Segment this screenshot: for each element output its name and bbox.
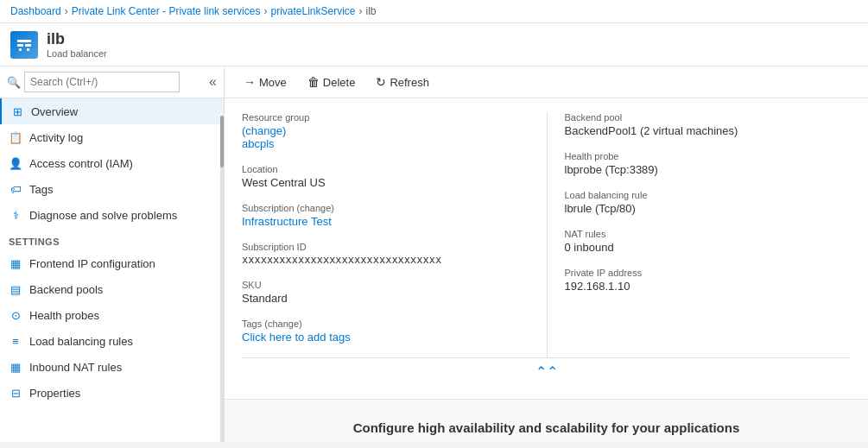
health-probe-label: Health probe [565, 151, 834, 161]
svg-rect-2 [25, 44, 31, 47]
resource-header: ilb Load balancer [0, 23, 868, 66]
subscription-value: Infrastructure Test [242, 215, 529, 228]
sku-section: SKU Standard [242, 280, 547, 319]
breadcrumb-private-link-service[interactable]: privateLinkService [270, 5, 355, 17]
private-ip-value: 192.168.1.10 [565, 280, 834, 293]
properties-icon: ⊟ [9, 386, 22, 400]
backend-pool-section: Backend pool BackendPool1 (2 virtual mac… [565, 112, 852, 151]
breadcrumb-dashboard[interactable]: Dashboard [10, 5, 61, 17]
health-probe-section: Health probe lbprobe (Tcp:3389) [565, 151, 852, 190]
diagnose-icon: ⚕ [9, 208, 22, 222]
search-icon: 🔍 [7, 76, 21, 89]
sidebar-label-activity: Activity log [29, 131, 83, 144]
svg-rect-0 [17, 40, 31, 42]
breadcrumb-private-link-center[interactable]: Private Link Center - Private link servi… [72, 5, 261, 17]
lb-rule-value: lbrule (Tcp/80) [565, 202, 834, 215]
backend-pool-value: BackendPool1 (2 virtual machines) [565, 124, 834, 137]
load-balancer-icon [16, 36, 33, 54]
sidebar-item-diagnose[interactable]: ⚕ Diagnose and solve problems [0, 202, 224, 228]
subscription-label: Subscription (change) [242, 203, 529, 213]
main-area: → Move 🗑 Delete ↻ Refresh Resource group [225, 66, 868, 442]
sidebar-item-iam[interactable]: 👤 Access control (IAM) [0, 150, 224, 176]
sidebar-label-nat: Inbound NAT rules [29, 361, 122, 374]
private-ip-label: Private IP address [565, 268, 834, 278]
breadcrumb: Dashboard › Private Link Center - Privat… [0, 0, 868, 23]
sidebar-item-nat-rules[interactable]: ▦ Inbound NAT rules [0, 354, 224, 380]
sidebar-label-tags: Tags [29, 183, 53, 196]
sidebar-nav: ⊞ Overview 📋 Activity log 👤 Access contr… [0, 98, 224, 442]
toolbar: → Move 🗑 Delete ↻ Refresh [225, 66, 868, 98]
subscription-id-section: Subscription ID xxxxxxxxxxxxxxxxxxxxxxxx… [242, 242, 547, 280]
subscription-id-value: xxxxxxxxxxxxxxxxxxxxxxxxxxxxxxxx [242, 254, 529, 266]
sidebar-item-health-probes[interactable]: ⊙ Health probes [0, 302, 224, 328]
lb-rule-section: Load balancing rule lbrule (Tcp/80) [565, 190, 852, 229]
sidebar-item-tags[interactable]: 🏷 Tags [0, 176, 224, 202]
svg-rect-4 [27, 48, 29, 51]
left-column: Resource group (change) abcpls Location … [242, 112, 547, 357]
health-icon: ⊙ [9, 308, 22, 322]
header-text: ilb Load balancer [47, 30, 107, 59]
expand-icon[interactable]: « [209, 74, 217, 90]
sidebar-label-overview: Overview [31, 105, 78, 118]
iam-icon: 👤 [9, 156, 22, 170]
tags-label: Tags (change) [242, 319, 529, 329]
overview-icon: ⊞ [10, 104, 24, 118]
main-layout: 🔍 « ⊞ Overview 📋 Activity log 👤 Access c… [0, 66, 868, 442]
svg-rect-3 [19, 48, 22, 51]
move-icon: → [244, 75, 256, 89]
search-input[interactable] [24, 72, 180, 92]
lb-rule-label: Load balancing rule [565, 190, 834, 200]
sidebar-scroll-wrapper: ⊞ Overview 📋 Activity log 👤 Access contr… [0, 98, 224, 442]
breadcrumb-current: ilb [366, 5, 377, 17]
lbrules-icon: ≡ [9, 334, 22, 348]
resource-group-section: Resource group (change) abcpls [242, 112, 547, 164]
sidebar-item-properties[interactable]: ⊟ Properties [0, 380, 224, 406]
resource-icon [10, 31, 38, 59]
refresh-button[interactable]: ↻ Refresh [367, 72, 438, 92]
resource-group-label: Resource group [242, 112, 529, 123]
resource-group-change-link[interactable]: (change) [242, 124, 286, 137]
svg-rect-1 [17, 44, 23, 47]
sidebar-item-overview[interactable]: ⊞ Overview [0, 98, 224, 124]
move-button[interactable]: → Move [235, 72, 295, 92]
location-section: Location West Central US [242, 164, 547, 203]
sidebar-label-backend: Backend pools [29, 283, 103, 296]
location-value: West Central US [242, 176, 529, 189]
sidebar-label-diagnose: Diagnose and solve problems [29, 209, 177, 222]
resource-group-name[interactable]: abcpls [242, 137, 275, 150]
sidebar: 🔍 « ⊞ Overview 📋 Activity log 👤 Access c… [0, 66, 225, 442]
collapse-button[interactable]: ⌃⌃ [242, 357, 851, 385]
resource-group-value: (change) abcpls [242, 124, 529, 150]
tags-section: Tags (change) Click here to add tags [242, 319, 547, 357]
tags-icon: 🏷 [9, 182, 22, 196]
add-tags-link[interactable]: Click here to add tags [242, 331, 351, 344]
resource-subtitle: Load balancer [47, 48, 107, 59]
subscription-link[interactable]: Infrastructure Test [242, 215, 332, 228]
sidebar-item-lb-rules[interactable]: ≡ Load balancing rules [0, 328, 224, 354]
frontend-icon: ▦ [9, 256, 22, 270]
nat-rules-value: 0 inbound [565, 241, 834, 254]
location-label: Location [242, 164, 529, 174]
search-container: 🔍 « [0, 66, 224, 98]
sku-value: Standard [242, 292, 529, 305]
delete-button[interactable]: 🗑 Delete [299, 72, 364, 92]
activity-icon: 📋 [9, 130, 22, 144]
nat-rules-label: NAT rules [565, 229, 834, 239]
sidebar-item-frontend-ip[interactable]: ▦ Frontend IP configuration [0, 250, 224, 276]
sidebar-item-activity-log[interactable]: 📋 Activity log [0, 124, 224, 150]
delete-icon: 🗑 [307, 75, 320, 89]
tags-value[interactable]: Click here to add tags [242, 331, 529, 344]
sidebar-label-properties: Properties [29, 387, 80, 400]
overview-content: Resource group (change) abcpls Location … [225, 98, 868, 399]
sidebar-label-lbrules: Load balancing rules [29, 335, 133, 348]
nat-icon: ▦ [9, 360, 22, 374]
sidebar-item-backend-pools[interactable]: ▤ Backend pools [0, 276, 224, 302]
sku-label: SKU [242, 280, 529, 290]
sidebar-label-health: Health probes [29, 309, 99, 322]
right-column: Backend pool BackendPool1 (2 virtual mac… [547, 112, 852, 357]
subscription-id-label: Subscription ID [242, 242, 529, 252]
settings-section-header: Settings [0, 228, 224, 250]
promo-section: Configure high availability and scalabil… [225, 399, 868, 442]
health-probe-value: lbprobe (Tcp:3389) [565, 163, 834, 176]
sidebar-label-frontend: Frontend IP configuration [29, 257, 155, 270]
